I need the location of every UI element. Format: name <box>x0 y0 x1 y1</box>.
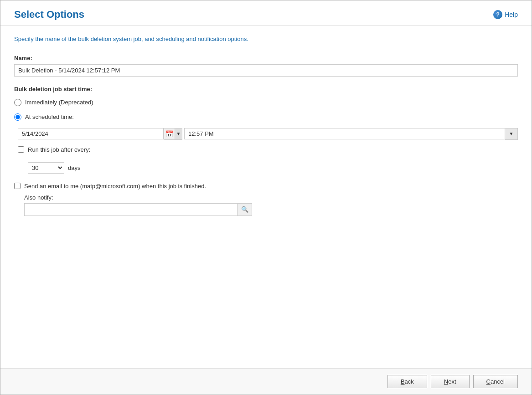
calendar-icon: 📅 <box>165 130 173 138</box>
help-label: Help <box>505 11 518 18</box>
notify-search-button[interactable]: 🔍 <box>238 203 252 216</box>
repeat-label: Run this job after every: <box>28 146 90 153</box>
footer: Back Next Cancel <box>0 368 532 395</box>
description-text: Specify the name of the bulk deletion sy… <box>14 35 518 44</box>
immediately-radio[interactable] <box>14 99 21 106</box>
email-checkbox[interactable] <box>14 183 21 189</box>
cancel-label: Cancel <box>486 378 505 385</box>
immediately-option[interactable]: Immediately (Deprecated) <box>14 99 518 106</box>
time-input[interactable] <box>184 128 505 139</box>
back-button[interactable]: Back <box>387 375 427 388</box>
name-label: Name: <box>14 55 518 62</box>
also-notify-row: Also notify: 🔍 <box>24 194 518 216</box>
email-checkbox-row: Send an email to me (matp@microsoft.com)… <box>14 183 518 190</box>
time-group: ▼ <box>184 128 518 140</box>
email-label: Send an email to me (matp@microsoft.com)… <box>24 183 206 190</box>
help-icon: ? <box>493 10 502 19</box>
date-group: 📅 ▼ <box>18 128 182 140</box>
back-label: Back <box>401 378 414 385</box>
immediately-label: Immediately (Deprecated) <box>25 99 93 106</box>
date-time-row: 📅 ▼ ▼ <box>18 128 518 140</box>
date-dropdown-arrow[interactable]: ▼ <box>175 128 182 140</box>
scheduled-label: At scheduled time: <box>25 113 74 120</box>
scheduled-section: 📅 ▼ ▼ Run this job after every: <box>18 128 518 174</box>
repeat-row: Run this job after every: <box>18 146 518 153</box>
header: Select Options ? Help <box>0 0 532 26</box>
content-area: Specify the name of the bulk deletion sy… <box>0 26 532 368</box>
name-input[interactable] <box>14 64 518 77</box>
days-label: days <box>68 164 80 171</box>
search-icon: 🔍 <box>241 206 248 213</box>
notify-input[interactable] <box>24 203 238 216</box>
also-notify-label: Also notify: <box>24 194 518 201</box>
scheduled-radio[interactable] <box>14 113 21 121</box>
days-select[interactable]: 30 <box>28 162 64 174</box>
next-button[interactable]: Next <box>431 375 470 388</box>
name-section: Name: <box>14 55 518 77</box>
date-input[interactable] <box>18 128 164 139</box>
cancel-button[interactable]: Cancel <box>473 375 518 388</box>
help-link[interactable]: ? Help <box>493 10 518 19</box>
next-label: Next <box>444 378 456 385</box>
notify-input-row: 🔍 <box>24 203 252 216</box>
page-title: Select Options <box>14 9 84 21</box>
start-time-section: Bulk deletion job start time: Immediatel… <box>14 86 518 174</box>
page-wrapper: Select Options ? Help Specify the name o… <box>0 0 532 395</box>
scheduled-option[interactable]: At scheduled time: <box>14 113 518 121</box>
start-time-label: Bulk deletion job start time: <box>14 86 518 92</box>
email-section: Send an email to me (matp@microsoft.com)… <box>14 183 518 216</box>
calendar-button[interactable]: 📅 <box>164 128 175 140</box>
time-dropdown-button[interactable]: ▼ <box>505 128 518 140</box>
repeat-checkbox[interactable] <box>18 146 24 153</box>
